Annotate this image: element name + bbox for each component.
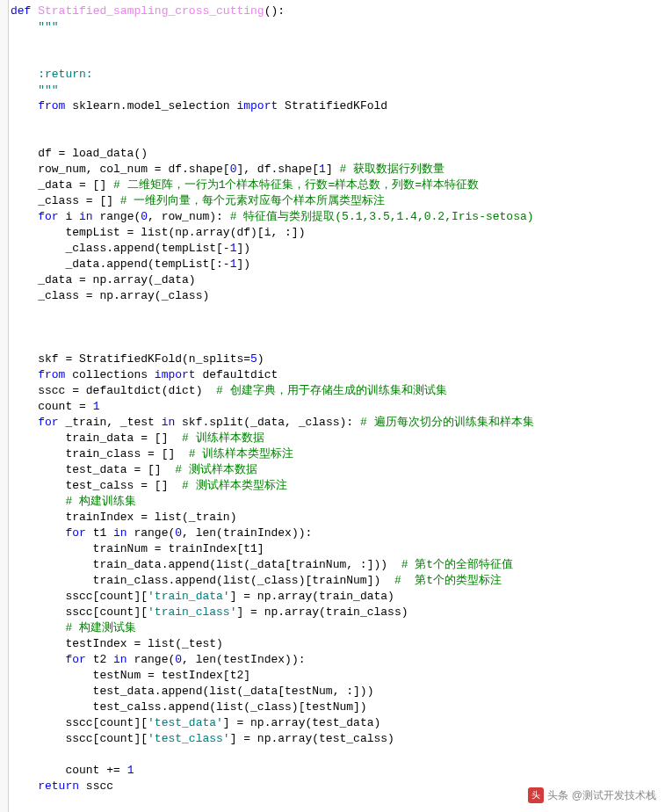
token: ], df.shape[ bbox=[236, 163, 319, 176]
token: tempList = list(np.array(df)[i, :]) bbox=[11, 226, 305, 239]
code-line: for t1 in range(0, len(trainIndex)): bbox=[11, 526, 665, 541]
editor-gutter bbox=[0, 0, 9, 812]
code-line: _class = [] # 一维列向量，每个元素对应每个样本所属类型标注 bbox=[11, 193, 665, 209]
token: row_num, col_num = df.shape[ bbox=[11, 163, 230, 176]
token: testNum = testIndex[t2] bbox=[11, 669, 250, 682]
token-num: 1 bbox=[127, 764, 134, 777]
token-kw: for bbox=[65, 526, 92, 540]
token: test_data = [] bbox=[11, 463, 175, 476]
token: collections bbox=[72, 368, 155, 381]
token: trainIndex = list(_train) bbox=[11, 511, 236, 524]
token-str: 'test_data' bbox=[148, 716, 223, 729]
token: df = load_data() bbox=[11, 147, 148, 160]
token: train_data = [] bbox=[11, 431, 182, 445]
token: _train, _test bbox=[65, 416, 161, 429]
token: sscc[count][ bbox=[11, 590, 148, 603]
code-line: skf = StratifiedKFold(n_splits=5) bbox=[11, 352, 665, 367]
code-line: """ bbox=[11, 19, 665, 35]
code-line bbox=[11, 35, 665, 51]
token-str: :return: bbox=[38, 68, 92, 81]
token: sklearn.model_selection bbox=[72, 99, 236, 112]
token: ]) bbox=[236, 257, 250, 271]
code-line: _data = [] # 二维矩阵，一行为1个样本特征集，行数=样本总数，列数=… bbox=[11, 178, 665, 193]
token-num: 5 bbox=[250, 352, 257, 366]
token-kw: for bbox=[65, 653, 92, 666]
token: range( bbox=[134, 526, 175, 540]
token-kw: in bbox=[113, 653, 134, 666]
code-line: sscc[count]['test_data'] = np.array(test… bbox=[11, 715, 665, 731]
token-kw: import bbox=[236, 99, 285, 112]
token-cmt: # 第t个的类型标注 bbox=[394, 574, 502, 587]
code-line bbox=[11, 336, 665, 352]
token: , len(trainIndex)): bbox=[182, 526, 312, 540]
token-kw: for bbox=[38, 416, 65, 429]
token: StratifiedKFold bbox=[285, 99, 387, 112]
code-line: test_data = [] # 测试样本数据 bbox=[11, 462, 665, 478]
token: skf = StratifiedKFold(n_splits= bbox=[11, 352, 250, 366]
code-line: train_class.append(list(_class)[trainNum… bbox=[11, 573, 665, 589]
code-line: """ bbox=[11, 83, 665, 98]
code-line: # 构建测试集 bbox=[11, 620, 665, 636]
token: ] bbox=[326, 163, 340, 176]
token: _class = np.array(_class) bbox=[11, 289, 209, 302]
token-kw: in bbox=[113, 526, 134, 540]
code-line: _class = np.array(_class) bbox=[11, 288, 665, 304]
token: ] = np.array(train_class) bbox=[236, 605, 408, 619]
code-line: train_data.append(list(_data[trainNum, :… bbox=[11, 557, 665, 573]
token: _data = [] bbox=[11, 178, 113, 192]
code-line: train_data = [] # 训练样本数据 bbox=[11, 431, 665, 446]
code-line: count += 1 bbox=[11, 763, 665, 779]
code-line: sscc = defaultdict(dict) # 创建字典，用于存储生成的训… bbox=[11, 383, 665, 399]
token: train_class.append(list(_class)[trainNum… bbox=[11, 574, 394, 587]
token: _data.append(tempList[:- bbox=[11, 257, 230, 271]
token bbox=[11, 779, 38, 793]
token-cmt: # 测试样本数据 bbox=[175, 463, 257, 476]
code-line: testIndex = list(_test) bbox=[11, 636, 665, 652]
token-cmt: # 构建训练集 bbox=[65, 495, 136, 508]
token: train_class = [] bbox=[11, 447, 189, 460]
code-line bbox=[11, 51, 665, 67]
token-kw: in bbox=[79, 210, 99, 223]
code-line: sscc[count]['test_class'] = np.array(tes… bbox=[11, 731, 665, 747]
code-line bbox=[11, 304, 665, 320]
token-cmt: # 一维列向量，每个元素对应每个样本所属类型标注 bbox=[120, 194, 386, 207]
token-num: 0 bbox=[175, 526, 182, 540]
token bbox=[11, 653, 65, 666]
code-line: trainNum = trainIndex[t1] bbox=[11, 541, 665, 557]
code-line bbox=[11, 114, 665, 130]
code-line: def Stratified_sampling_cross_cutting(): bbox=[11, 4, 665, 19]
token: sscc[count][ bbox=[11, 605, 148, 619]
token bbox=[11, 99, 38, 112]
token bbox=[11, 526, 65, 540]
token: skf.split(_data, _class): bbox=[182, 416, 360, 429]
token: ]) bbox=[236, 242, 250, 255]
code-line: trainIndex = list(_train) bbox=[11, 510, 665, 526]
token: t1 bbox=[93, 526, 113, 540]
code-line: test_calss = [] # 测试样本类型标注 bbox=[11, 478, 665, 494]
code-line: for i in range(0, row_num): # 特征值与类别提取(5… bbox=[11, 209, 665, 225]
code-line: _class.append(tempList[-1]) bbox=[11, 241, 665, 257]
token-kw: for bbox=[38, 210, 65, 223]
token: _data = np.array(_data) bbox=[11, 273, 196, 286]
token-str: 'test_class' bbox=[148, 732, 230, 745]
token: sscc = defaultdict(dict) bbox=[11, 384, 216, 397]
watermark-logo-icon: 头 bbox=[528, 787, 544, 803]
token: ] = np.array(test_data) bbox=[223, 716, 380, 729]
code-line: test_calss.append(list(_class)[testNum]) bbox=[11, 700, 665, 715]
token-str: """ bbox=[38, 83, 58, 97]
token bbox=[11, 20, 38, 33]
code-line: tempList = list(np.array(df)[i, :]) bbox=[11, 225, 665, 241]
token: sscc[count][ bbox=[11, 716, 148, 729]
token bbox=[11, 495, 65, 508]
token-num: 1 bbox=[319, 163, 326, 176]
token bbox=[11, 368, 38, 381]
code-line: df = load_data() bbox=[11, 146, 665, 162]
token-kw: from bbox=[38, 99, 72, 112]
token-cmt: # 二维矩阵，一行为1个样本特征集，行数=样本总数，列数=样本特征数 bbox=[113, 178, 479, 192]
token-num: 1 bbox=[93, 400, 100, 413]
token-str: """ bbox=[38, 20, 58, 33]
token-kw: return bbox=[38, 779, 86, 793]
token bbox=[11, 621, 65, 634]
token: _class.append(tempList[- bbox=[11, 242, 230, 255]
token: test_calss = [] bbox=[11, 479, 182, 492]
